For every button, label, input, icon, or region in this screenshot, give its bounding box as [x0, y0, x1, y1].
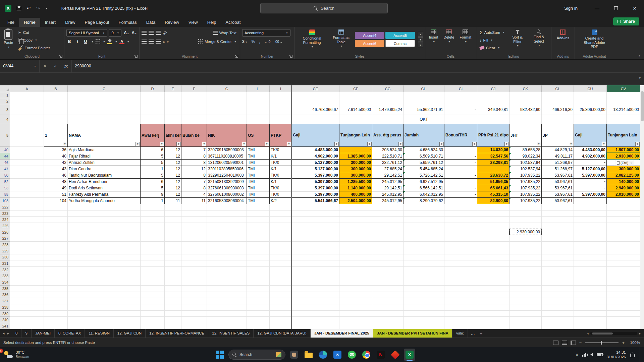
cell-CV227[interactable]: [607, 235, 640, 242]
cell-CV5[interactable]: Tunjangan Lain▼: [607, 124, 640, 147]
cell-CJ229[interactable]: [477, 248, 509, 254]
cell-D50[interactable]: 5: [141, 172, 165, 179]
row-header-223[interactable]: 223: [0, 210, 10, 217]
insert-cells-button[interactable]: Insert▼: [427, 28, 440, 44]
ribbon-tab-help[interactable]: Help: [203, 18, 221, 27]
cell-F234[interactable]: [181, 279, 207, 286]
cell-C237[interactable]: [68, 298, 141, 304]
row-header-236[interactable]: 236: [0, 292, 10, 298]
cell-H231[interactable]: [247, 260, 270, 267]
page-break-view-button[interactable]: [571, 341, 576, 345]
cell-CL52[interactable]: 53.967,61: [542, 179, 574, 185]
font-name-select[interactable]: Segoe UI Symbol▼: [66, 29, 107, 37]
enter-icon[interactable]: ✓: [54, 64, 57, 68]
cell-CE234[interactable]: [292, 279, 339, 286]
cell-A1[interactable]: [10, 92, 44, 98]
cell-CJ225[interactable]: [477, 223, 509, 229]
column-header-I[interactable]: I: [270, 85, 292, 92]
cell-CG46[interactable]: 232.761,12: [372, 160, 404, 166]
cell-CL225[interactable]: [542, 223, 574, 229]
cell-G224[interactable]: [207, 217, 247, 223]
cell-CK222[interactable]: [509, 204, 542, 210]
shrink-font-button[interactable]: A▼: [131, 31, 137, 35]
collapse-ribbon-icon[interactable]: ∧: [638, 54, 641, 58]
cell-CH231[interactable]: [404, 260, 444, 267]
autosum-button[interactable]: ΣAutoSum▼: [478, 28, 506, 36]
row-header-53[interactable]: 53: [0, 185, 10, 191]
cell-CE108[interactable]: 5.541.066,67: [292, 198, 339, 204]
cell-CG229[interactable]: [372, 248, 404, 254]
cell-CV4[interactable]: [607, 115, 640, 124]
cell-C52[interactable]: Heri Azhar Ramdhoni: [68, 179, 141, 185]
cell-G226[interactable]: [207, 229, 247, 235]
cell-CJ53[interactable]: 65.661,43: [477, 185, 509, 191]
cell-CG237[interactable]: [372, 298, 404, 304]
cell-C227[interactable]: [68, 235, 141, 242]
cell-E239[interactable]: [165, 310, 181, 317]
cell-A236[interactable]: [10, 292, 44, 298]
row-header-2[interactable]: 2: [0, 98, 10, 104]
cell-CE40[interactable]: 4.483.000,00: [292, 147, 339, 153]
cell-H224[interactable]: [247, 217, 270, 223]
cell-CE223[interactable]: [292, 210, 339, 217]
cell-CF50[interactable]: 300.000,00: [339, 172, 372, 179]
cell-CL228[interactable]: [542, 242, 574, 248]
cell-CK108[interactable]: 107.935,22: [509, 198, 542, 204]
cell-I53[interactable]: TK/0: [270, 185, 292, 191]
cell-E228[interactable]: [165, 242, 181, 248]
cell-CG239[interactable]: [372, 310, 404, 317]
cell-CF227[interactable]: [339, 235, 372, 242]
taskbar-file-explorer[interactable]: [303, 349, 314, 361]
column-header-CK[interactable]: CK: [509, 85, 542, 92]
row-header-46[interactable]: 46: [0, 160, 10, 166]
cell-E225[interactable]: [165, 223, 181, 229]
cell-E241[interactable]: [165, 323, 181, 329]
cell-A224[interactable]: [10, 217, 44, 223]
cell-G233[interactable]: [207, 273, 247, 279]
cell-CE3[interactable]: 46.768.066,67: [292, 104, 339, 115]
column-header-B[interactable]: B: [44, 85, 68, 92]
taskbar-search-box[interactable]: Search: [228, 350, 285, 360]
cell-CH233[interactable]: [404, 273, 444, 279]
cell-CL241[interactable]: [542, 323, 574, 329]
cell-CU53[interactable]: -: [574, 185, 607, 191]
cell-H234[interactable]: [247, 279, 270, 286]
cell-CV2[interactable]: [607, 98, 640, 104]
cell-B4[interactable]: [44, 115, 68, 124]
cell-F227[interactable]: [181, 235, 207, 242]
cell-CU108[interactable]: [574, 198, 607, 204]
sheet-nav-right-icon[interactable]: ▸: [7, 331, 9, 336]
cell-CL233[interactable]: [542, 273, 574, 279]
cell-D53[interactable]: 5: [141, 185, 165, 191]
cell-CU236[interactable]: [574, 292, 607, 298]
cell-C225[interactable]: [68, 223, 141, 229]
paste-button[interactable]: Paste ▼: [2, 28, 15, 50]
hscroll-left-icon[interactable]: ◂: [587, 332, 589, 335]
cell-B108[interactable]: 104: [44, 198, 68, 204]
cell-CL234[interactable]: [542, 279, 574, 286]
cell-CG230[interactable]: [372, 254, 404, 260]
cell-H223[interactable]: [247, 210, 270, 217]
cell-CF108[interactable]: 2.504.000,00: [339, 198, 372, 204]
cell-CL240[interactable]: [542, 317, 574, 323]
cell-B53[interactable]: 49: [44, 185, 68, 191]
cell-E227[interactable]: [165, 235, 181, 242]
cell-CF40[interactable]: -: [339, 147, 372, 153]
cell-C232[interactable]: [68, 266, 141, 273]
cell-CE55[interactable]: 5.397.000,00: [292, 191, 339, 198]
volume-icon[interactable]: [590, 353, 593, 356]
cell-I236[interactable]: [270, 292, 292, 298]
cell-D2[interactable]: [141, 98, 165, 104]
cell-D230[interactable]: [141, 254, 165, 260]
cell-CF230[interactable]: [339, 254, 372, 260]
filter-button-CL[interactable]: ▼: [569, 142, 573, 146]
cell-CG223[interactable]: [372, 210, 404, 217]
cell-CE231[interactable]: [292, 260, 339, 267]
undo-icon[interactable]: ↶: [26, 5, 31, 11]
cell-D241[interactable]: [141, 323, 165, 329]
cell-CL229[interactable]: [542, 248, 574, 254]
cell-CV228[interactable]: [607, 242, 640, 248]
orientation-button[interactable]: ab: [162, 30, 168, 36]
cell-style-comma[interactable]: Comma: [385, 40, 415, 47]
cell-CL4[interactable]: [542, 115, 574, 124]
